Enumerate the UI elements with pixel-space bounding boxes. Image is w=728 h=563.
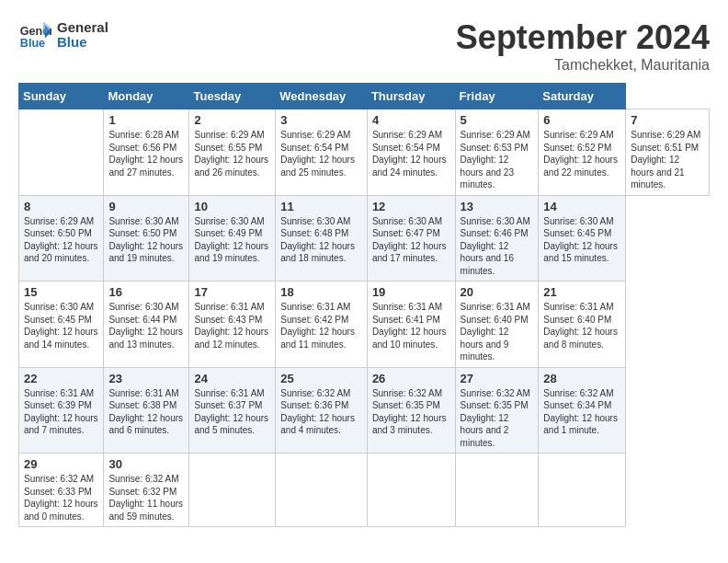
day-number: 21: [543, 285, 620, 299]
day-number: 26: [372, 372, 450, 385]
calendar-week-row: 22Sunrise: 6:31 AMSunset: 6:39 PMDayligh…: [19, 367, 710, 454]
cell-info: Sunrise: 6:30 AMSunset: 6:44 PMDaylight:…: [108, 301, 184, 350]
calendar-cell: [539, 454, 626, 527]
cell-info: Sunrise: 6:28 AMSunset: 6:56 PMDaylight:…: [108, 129, 184, 178]
day-number: 11: [280, 200, 362, 213]
logo: General Blue General Blue: [18, 18, 108, 52]
cell-info: Sunrise: 6:32 AMSunset: 6:34 PMDaylight:…: [543, 387, 620, 437]
calendar-cell: 18Sunrise: 6:31 AMSunset: 6:42 PMDayligh…: [276, 282, 368, 368]
calendar-cell: [276, 454, 368, 527]
cell-info: Sunrise: 6:30 AMSunset: 6:45 PMDaylight:…: [543, 215, 620, 265]
page-header: General Blue General Blue September 2024…: [18, 18, 710, 74]
day-number: 29: [24, 457, 98, 471]
calendar-cell: 23Sunrise: 6:31 AMSunset: 6:38 PMDayligh…: [104, 367, 189, 454]
cell-info: Sunrise: 6:31 AMSunset: 6:37 PMDaylight:…: [194, 387, 270, 437]
calendar-cell: 20Sunrise: 6:31 AMSunset: 6:40 PMDayligh…: [455, 282, 539, 368]
day-number: 22: [24, 372, 98, 385]
calendar-cell: 26Sunrise: 6:32 AMSunset: 6:35 PMDayligh…: [367, 367, 455, 454]
cell-info: Sunrise: 6:29 AMSunset: 6:53 PMDaylight:…: [461, 129, 534, 191]
cell-info: Sunrise: 6:30 AMSunset: 6:49 PMDaylight:…: [194, 215, 270, 265]
cell-info: Sunrise: 6:32 AMSunset: 6:35 PMDaylight:…: [461, 387, 534, 450]
cell-info: Sunrise: 6:32 AMSunset: 6:32 PMDaylight:…: [108, 473, 184, 523]
cell-info: Sunrise: 6:29 AMSunset: 6:50 PMDaylight:…: [24, 215, 98, 265]
cell-info: Sunrise: 6:32 AMSunset: 6:33 PMDaylight:…: [24, 473, 98, 523]
logo-icon: General Blue: [18, 18, 51, 52]
calendar-table: SundayMondayTuesdayWednesdayThursdayFrid…: [18, 83, 710, 527]
day-number: 19: [372, 285, 450, 299]
calendar-cell: 24Sunrise: 6:31 AMSunset: 6:37 PMDayligh…: [189, 367, 276, 454]
calendar-cell: 25Sunrise: 6:32 AMSunset: 6:36 PMDayligh…: [276, 367, 368, 454]
calendar-cell: 22Sunrise: 6:31 AMSunset: 6:39 PMDayligh…: [19, 367, 104, 454]
calendar-cell: 3Sunrise: 6:29 AMSunset: 6:54 PMDaylight…: [276, 109, 368, 196]
column-header-friday: Friday: [455, 84, 539, 109]
cell-info: Sunrise: 6:29 AMSunset: 6:52 PMDaylight:…: [543, 129, 620, 178]
cell-info: Sunrise: 6:30 AMSunset: 6:45 PMDaylight:…: [24, 301, 98, 350]
day-number: 20: [461, 285, 534, 299]
cell-info: Sunrise: 6:31 AMSunset: 6:39 PMDaylight:…: [24, 387, 98, 437]
day-number: 5: [461, 113, 534, 127]
calendar-week-row: 29Sunrise: 6:32 AMSunset: 6:33 PMDayligh…: [19, 454, 710, 527]
day-number: 2: [194, 113, 270, 127]
calendar-cell: 11Sunrise: 6:30 AMSunset: 6:48 PMDayligh…: [276, 195, 368, 282]
calendar-cell: 4Sunrise: 6:29 AMSunset: 6:54 PMDaylight…: [367, 109, 455, 196]
day-number: 7: [631, 113, 704, 127]
calendar-cell: 6Sunrise: 6:29 AMSunset: 6:52 PMDaylight…: [539, 109, 626, 196]
calendar-cell: 28Sunrise: 6:32 AMSunset: 6:34 PMDayligh…: [539, 367, 626, 454]
calendar-cell: 1Sunrise: 6:28 AMSunset: 6:56 PMDaylight…: [104, 109, 189, 196]
day-number: 25: [280, 372, 362, 385]
day-number: 16: [108, 285, 184, 299]
cell-info: Sunrise: 6:30 AMSunset: 6:46 PMDaylight:…: [461, 215, 534, 278]
day-number: 13: [461, 200, 534, 213]
day-number: 14: [543, 200, 620, 213]
cell-info: Sunrise: 6:31 AMSunset: 6:42 PMDaylight:…: [280, 301, 362, 350]
cell-info: Sunrise: 6:29 AMSunset: 6:54 PMDaylight:…: [280, 129, 362, 178]
calendar-cell: 14Sunrise: 6:30 AMSunset: 6:45 PMDayligh…: [539, 195, 626, 282]
column-header-sunday: Sunday: [19, 84, 104, 109]
day-number: 27: [461, 372, 534, 385]
day-number: 23: [108, 372, 184, 385]
calendar-cell: 13Sunrise: 6:30 AMSunset: 6:46 PMDayligh…: [455, 195, 539, 282]
cell-info: Sunrise: 6:31 AMSunset: 6:40 PMDaylight:…: [543, 301, 620, 350]
calendar-cell: 30Sunrise: 6:32 AMSunset: 6:32 PMDayligh…: [104, 454, 189, 527]
cell-info: Sunrise: 6:29 AMSunset: 6:55 PMDaylight:…: [194, 129, 270, 178]
calendar-cell: 17Sunrise: 6:31 AMSunset: 6:43 PMDayligh…: [189, 282, 276, 368]
calendar-cell: 15Sunrise: 6:30 AMSunset: 6:45 PMDayligh…: [19, 282, 104, 368]
cell-info: Sunrise: 6:30 AMSunset: 6:50 PMDaylight:…: [108, 215, 184, 265]
calendar-cell: 2Sunrise: 6:29 AMSunset: 6:55 PMDaylight…: [189, 109, 276, 196]
calendar-week-row: 15Sunrise: 6:30 AMSunset: 6:45 PMDayligh…: [19, 282, 710, 368]
calendar-week-row: 1Sunrise: 6:28 AMSunset: 6:56 PMDaylight…: [19, 109, 710, 196]
day-number: 15: [24, 285, 98, 299]
calendar-cell: [367, 454, 455, 527]
calendar-cell: [189, 454, 276, 527]
column-header-wednesday: Wednesday: [276, 84, 368, 109]
day-number: 1: [108, 113, 184, 127]
calendar-cell: 27Sunrise: 6:32 AMSunset: 6:35 PMDayligh…: [455, 367, 539, 454]
logo-line2: Blue: [57, 35, 108, 51]
column-header-monday: Monday: [104, 84, 189, 109]
calendar-cell: 10Sunrise: 6:30 AMSunset: 6:49 PMDayligh…: [189, 195, 276, 282]
cell-info: Sunrise: 6:31 AMSunset: 6:43 PMDaylight:…: [194, 301, 270, 350]
column-header-tuesday: Tuesday: [189, 84, 276, 109]
day-number: 17: [194, 285, 270, 299]
cell-info: Sunrise: 6:29 AMSunset: 6:51 PMDaylight:…: [631, 129, 704, 191]
calendar-cell: [455, 454, 539, 527]
cell-info: Sunrise: 6:29 AMSunset: 6:54 PMDaylight:…: [372, 129, 450, 178]
calendar-cell: 21Sunrise: 6:31 AMSunset: 6:40 PMDayligh…: [539, 282, 626, 368]
svg-text:Blue: Blue: [20, 37, 45, 50]
cell-info: Sunrise: 6:31 AMSunset: 6:40 PMDaylight:…: [461, 301, 534, 363]
day-number: 8: [24, 200, 98, 213]
calendar-cell: 12Sunrise: 6:30 AMSunset: 6:47 PMDayligh…: [367, 195, 455, 282]
day-number: 6: [543, 113, 620, 127]
day-number: 12: [372, 200, 450, 213]
calendar-cell: 5Sunrise: 6:29 AMSunset: 6:53 PMDaylight…: [455, 109, 539, 196]
location-title: Tamchekket, Mauritania: [456, 57, 710, 74]
title-block: September 2024 Tamchekket, Mauritania: [456, 18, 710, 74]
cell-info: Sunrise: 6:30 AMSunset: 6:47 PMDaylight:…: [372, 215, 450, 265]
calendar-cell: 16Sunrise: 6:30 AMSunset: 6:44 PMDayligh…: [104, 282, 189, 368]
day-number: 9: [108, 200, 184, 213]
month-title: September 2024: [456, 18, 710, 57]
calendar-cell: [19, 109, 104, 196]
cell-info: Sunrise: 6:31 AMSunset: 6:38 PMDaylight:…: [108, 387, 184, 437]
calendar-cell: 29Sunrise: 6:32 AMSunset: 6:33 PMDayligh…: [19, 454, 104, 527]
column-header-saturday: Saturday: [539, 84, 626, 109]
